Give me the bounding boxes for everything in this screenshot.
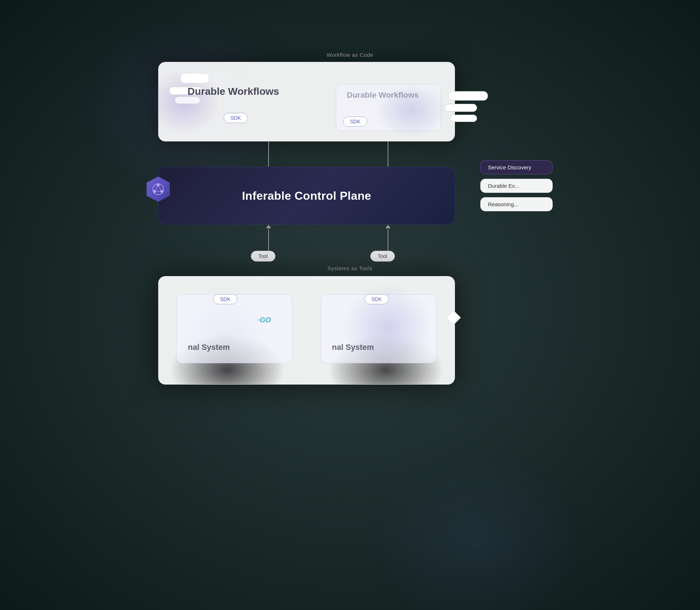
sdk-badge-bottom-left: SDK (213, 294, 237, 304)
tool-badge-left: Tool (251, 251, 275, 262)
arrow-head-up-right (385, 225, 391, 228)
durable-workflows-label: Durable Workflows (187, 86, 279, 97)
workflow-label: Workflow as Code (326, 52, 373, 58)
pill-tl3 (175, 97, 200, 104)
glow-bottom-right (368, 450, 585, 610)
sdk-badge-bottom-right: SDK (364, 294, 389, 304)
control-plane-title: Inferable Control Plane (242, 189, 371, 203)
pill-r2 (444, 104, 477, 112)
feature-service-discovery: Service Discovery (480, 160, 553, 174)
arrow-line-v-right (388, 141, 388, 167)
arrow-line-v-left (268, 141, 269, 167)
feature-durable-ex: Durable Ex... (480, 179, 553, 193)
systems-container: nal System nal System (158, 276, 455, 385)
sdk-badge-left: SDK (224, 113, 248, 123)
pill-r3 (450, 115, 477, 122)
arrow-down-left (266, 141, 271, 170)
system-right-title: nal System (332, 343, 374, 352)
pill-r1 (448, 91, 488, 101)
svg-marker-0 (147, 177, 170, 202)
feature-reasoning: Reasoning... (480, 197, 553, 211)
workflow-container: Durable Workflows SDK Durable Workflows … (158, 62, 455, 141)
durable-workflows-label-2: Durable Workflows (347, 90, 419, 100)
arrow-head-up-left (266, 225, 271, 228)
hex-logo (144, 175, 173, 204)
control-plane: Inferable Control Plane (158, 167, 455, 225)
system-left-title: nal System (188, 343, 230, 352)
features-panel: Service Discovery Durable Ex... Reasonin… (480, 160, 553, 211)
arrow-down-right (385, 141, 391, 170)
sdk-badge-right: SDK (343, 117, 367, 127)
system-card-left: nal System (177, 295, 292, 363)
systems-label: Systems as Tools (328, 265, 372, 271)
pill-tl1 (180, 73, 209, 83)
system-card-right: nal System (321, 295, 437, 363)
diagram-canvas: Workflow as Code Durable Workflows SDK D… (151, 52, 549, 558)
hex-icon (144, 175, 173, 204)
go-logo: ·GO (258, 316, 271, 324)
tool-badge-right: Tool (370, 251, 395, 262)
